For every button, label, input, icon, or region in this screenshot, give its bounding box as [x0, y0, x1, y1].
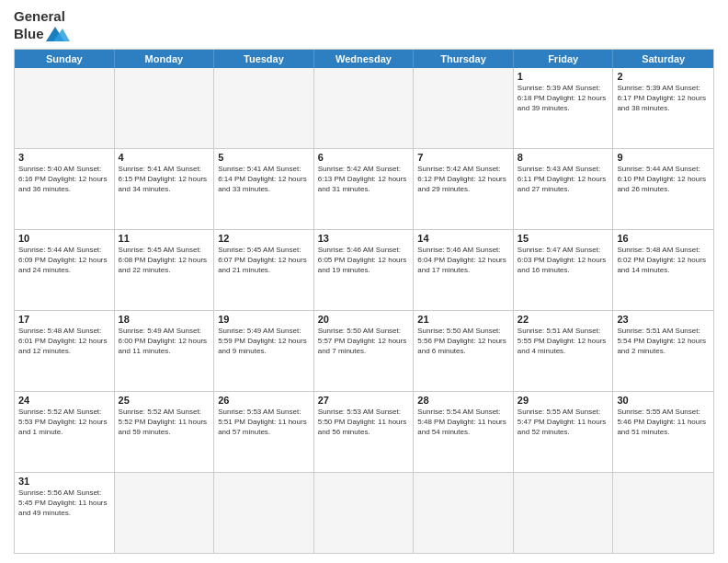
day-cell-8: 8Sunrise: 5:43 AM Sunset: 6:11 PM Daylig… — [514, 149, 614, 229]
day-info: Sunrise: 5:54 AM Sunset: 5:48 PM Dayligh… — [417, 407, 509, 438]
day-cell-7: 7Sunrise: 5:42 AM Sunset: 6:12 PM Daylig… — [414, 149, 514, 229]
day-info: Sunrise: 5:44 AM Sunset: 6:09 PM Dayligh… — [18, 245, 110, 276]
day-number: 29 — [518, 395, 609, 406]
week-row-4: 24Sunrise: 5:52 AM Sunset: 5:53 PM Dayli… — [15, 391, 713, 472]
day-number: 24 — [18, 395, 110, 406]
day-cell-empty — [613, 473, 713, 553]
day-cell-22: 22Sunrise: 5:51 AM Sunset: 5:55 PM Dayli… — [514, 311, 614, 391]
day-number: 13 — [318, 233, 410, 244]
day-cell-20: 20Sunrise: 5:50 AM Sunset: 5:57 PM Dayli… — [314, 311, 415, 391]
day-info: Sunrise: 5:55 AM Sunset: 5:46 PM Dayligh… — [617, 407, 710, 438]
day-info: Sunrise: 5:47 AM Sunset: 6:03 PM Dayligh… — [518, 245, 609, 276]
day-number: 9 — [617, 152, 710, 163]
day-cell-empty — [514, 473, 614, 553]
day-number: 28 — [417, 395, 509, 406]
day-cell-25: 25Sunrise: 5:52 AM Sunset: 5:52 PM Dayli… — [115, 392, 215, 472]
day-number: 6 — [318, 152, 410, 163]
day-cell-5: 5Sunrise: 5:41 AM Sunset: 6:14 PM Daylig… — [214, 149, 314, 229]
day-number: 12 — [218, 233, 310, 244]
logo: General Blue — [14, 9, 70, 43]
calendar-body: 1Sunrise: 5:39 AM Sunset: 6:18 PM Daylig… — [15, 68, 713, 554]
day-cell-empty — [15, 68, 115, 148]
day-number: 1 — [518, 71, 609, 82]
day-number: 4 — [119, 152, 210, 163]
day-cell-empty — [414, 473, 514, 553]
day-cell-29: 29Sunrise: 5:55 AM Sunset: 5:47 PM Dayli… — [514, 392, 614, 472]
day-cell-10: 10Sunrise: 5:44 AM Sunset: 6:09 PM Dayli… — [15, 230, 115, 310]
day-cell-empty — [115, 68, 215, 148]
day-cell-12: 12Sunrise: 5:45 AM Sunset: 6:07 PM Dayli… — [214, 230, 314, 310]
day-cell-empty — [314, 473, 415, 553]
day-info: Sunrise: 5:52 AM Sunset: 5:53 PM Dayligh… — [18, 407, 110, 438]
day-cell-1: 1Sunrise: 5:39 AM Sunset: 6:18 PM Daylig… — [514, 68, 614, 148]
day-number: 23 — [617, 314, 710, 325]
day-info: Sunrise: 5:39 AM Sunset: 6:18 PM Dayligh… — [518, 83, 609, 114]
day-cell-27: 27Sunrise: 5:53 AM Sunset: 5:50 PM Dayli… — [314, 392, 415, 472]
day-number: 18 — [119, 314, 210, 325]
week-row-3: 17Sunrise: 5:48 AM Sunset: 6:01 PM Dayli… — [15, 310, 713, 391]
day-cell-13: 13Sunrise: 5:46 AM Sunset: 6:05 PM Dayli… — [314, 230, 415, 310]
day-cell-15: 15Sunrise: 5:47 AM Sunset: 6:03 PM Dayli… — [514, 230, 614, 310]
day-header-monday: Monday — [115, 50, 215, 68]
day-header-saturday: Saturday — [613, 50, 713, 68]
day-cell-3: 3Sunrise: 5:40 AM Sunset: 6:16 PM Daylig… — [15, 149, 115, 229]
day-info: Sunrise: 5:41 AM Sunset: 6:14 PM Dayligh… — [218, 164, 310, 195]
day-info: Sunrise: 5:50 AM Sunset: 5:56 PM Dayligh… — [417, 326, 509, 357]
day-header-friday: Friday — [514, 50, 614, 68]
day-info: Sunrise: 5:44 AM Sunset: 6:10 PM Dayligh… — [617, 164, 710, 195]
day-info: Sunrise: 5:45 AM Sunset: 6:08 PM Dayligh… — [119, 245, 210, 276]
day-number: 27 — [318, 395, 410, 406]
day-cell-30: 30Sunrise: 5:55 AM Sunset: 5:46 PM Dayli… — [613, 392, 713, 472]
day-cell-4: 4Sunrise: 5:41 AM Sunset: 6:15 PM Daylig… — [115, 149, 215, 229]
day-number: 17 — [18, 314, 110, 325]
day-info: Sunrise: 5:49 AM Sunset: 6:00 PM Dayligh… — [119, 326, 210, 357]
day-info: Sunrise: 5:51 AM Sunset: 5:54 PM Dayligh… — [617, 326, 710, 357]
day-number: 19 — [218, 314, 310, 325]
day-info: Sunrise: 5:41 AM Sunset: 6:15 PM Dayligh… — [119, 164, 210, 195]
day-header-tuesday: Tuesday — [214, 50, 314, 68]
day-number: 3 — [18, 152, 110, 163]
day-cell-2: 2Sunrise: 5:39 AM Sunset: 6:17 PM Daylig… — [613, 68, 713, 148]
logo-icon — [46, 25, 70, 43]
day-cell-11: 11Sunrise: 5:45 AM Sunset: 6:08 PM Dayli… — [115, 230, 215, 310]
day-info: Sunrise: 5:45 AM Sunset: 6:07 PM Dayligh… — [218, 245, 310, 276]
day-info: Sunrise: 5:53 AM Sunset: 5:51 PM Dayligh… — [218, 407, 310, 438]
day-cell-18: 18Sunrise: 5:49 AM Sunset: 6:00 PM Dayli… — [115, 311, 215, 391]
day-info: Sunrise: 5:56 AM Sunset: 5:45 PM Dayligh… — [18, 488, 110, 519]
day-number: 16 — [617, 233, 710, 244]
day-number: 20 — [318, 314, 410, 325]
day-number: 21 — [417, 314, 509, 325]
day-cell-26: 26Sunrise: 5:53 AM Sunset: 5:51 PM Dayli… — [214, 392, 314, 472]
day-info: Sunrise: 5:51 AM Sunset: 5:55 PM Dayligh… — [518, 326, 609, 357]
day-info: Sunrise: 5:43 AM Sunset: 6:11 PM Dayligh… — [518, 164, 609, 195]
day-header-thursday: Thursday — [414, 50, 514, 68]
day-cell-6: 6Sunrise: 5:42 AM Sunset: 6:13 PM Daylig… — [314, 149, 415, 229]
day-number: 25 — [119, 395, 210, 406]
day-info: Sunrise: 5:50 AM Sunset: 5:57 PM Dayligh… — [318, 326, 410, 357]
day-number: 14 — [417, 233, 509, 244]
day-info: Sunrise: 5:42 AM Sunset: 6:12 PM Dayligh… — [417, 164, 509, 195]
day-number: 26 — [218, 395, 310, 406]
day-info: Sunrise: 5:46 AM Sunset: 6:04 PM Dayligh… — [417, 245, 509, 276]
day-number: 2 — [617, 71, 710, 82]
day-info: Sunrise: 5:53 AM Sunset: 5:50 PM Dayligh… — [318, 407, 410, 438]
logo-blue-text: Blue — [14, 26, 44, 41]
day-number: 31 — [18, 476, 110, 487]
day-cell-21: 21Sunrise: 5:50 AM Sunset: 5:56 PM Dayli… — [414, 311, 514, 391]
day-header-sunday: Sunday — [15, 50, 115, 68]
logo-general: General — [14, 9, 70, 25]
day-info: Sunrise: 5:48 AM Sunset: 6:02 PM Dayligh… — [617, 245, 710, 276]
day-cell-24: 24Sunrise: 5:52 AM Sunset: 5:53 PM Dayli… — [15, 392, 115, 472]
day-number: 11 — [119, 233, 210, 244]
day-header-wednesday: Wednesday — [314, 50, 415, 68]
day-cell-31: 31Sunrise: 5:56 AM Sunset: 5:45 PM Dayli… — [15, 473, 115, 553]
day-number: 5 — [218, 152, 310, 163]
day-cell-16: 16Sunrise: 5:48 AM Sunset: 6:02 PM Dayli… — [613, 230, 713, 310]
day-info: Sunrise: 5:39 AM Sunset: 6:17 PM Dayligh… — [617, 83, 710, 114]
day-cell-9: 9Sunrise: 5:44 AM Sunset: 6:10 PM Daylig… — [613, 149, 713, 229]
calendar-header: SundayMondayTuesdayWednesdayThursdayFrid… — [15, 50, 713, 68]
day-cell-empty — [314, 68, 415, 148]
day-cell-14: 14Sunrise: 5:46 AM Sunset: 6:04 PM Dayli… — [414, 230, 514, 310]
week-row-0: 1Sunrise: 5:39 AM Sunset: 6:18 PM Daylig… — [15, 68, 713, 148]
week-row-5: 31Sunrise: 5:56 AM Sunset: 5:45 PM Dayli… — [15, 472, 713, 553]
